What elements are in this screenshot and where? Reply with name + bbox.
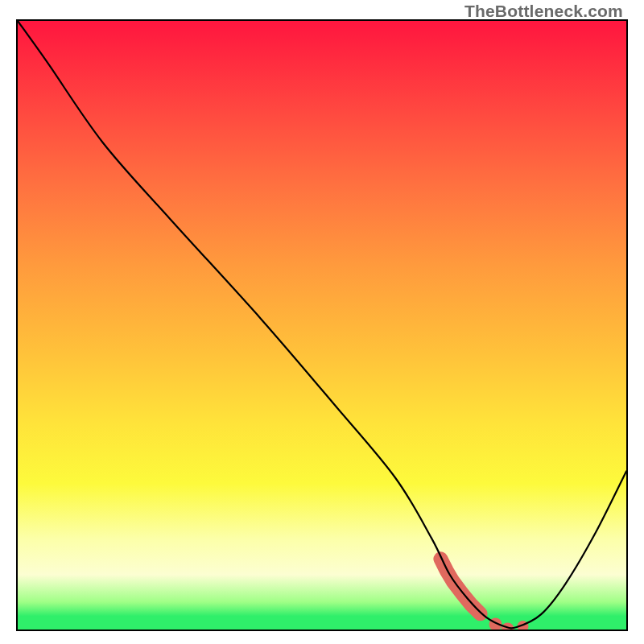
bottleneck-curve-line bbox=[18, 21, 626, 628]
valley-accent-stroke bbox=[440, 559, 528, 631]
chart-frame bbox=[16, 19, 628, 631]
watermark-text: TheBottleneck.com bbox=[464, 2, 623, 21]
chart-svg bbox=[18, 21, 626, 630]
